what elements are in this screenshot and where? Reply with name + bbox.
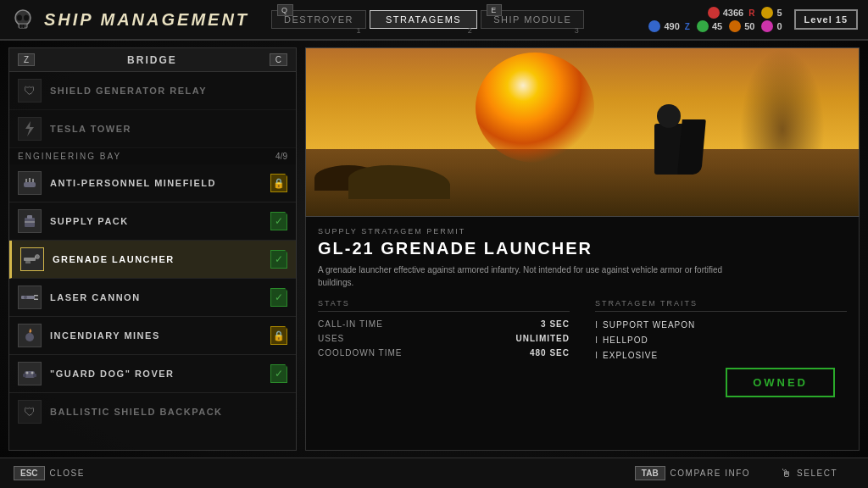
item-name-incendiary: INCENDIARY MINES [50, 330, 262, 341]
header: SHIP MANAGEMENT Q DESTROYER 1 STRATAGEMS… [0, 0, 868, 41]
svg-point-2 [24, 15, 29, 21]
incendiary-badge: 🔒 [270, 327, 287, 344]
item-name-shield: SHIELD GENERATOR RELAY [50, 86, 287, 96]
guard-dog-icon [18, 362, 42, 385]
supply-pack-icon [18, 209, 42, 233]
lock-icon: 🔒 [270, 174, 287, 192]
svg-rect-24 [23, 374, 26, 377]
resource-group: 4366 R 5 490 Z 45 [648, 7, 782, 32]
esc-key[interactable]: ESC [14, 466, 45, 480]
minefield-icon [18, 171, 42, 195]
stat-row-uses: USES UNLIMITED [318, 331, 570, 346]
bridge-panel-header: Z BRIDGE C [9, 48, 296, 72]
list-item-incendiary[interactable]: INCENDIARY MINES 🔒 [9, 317, 296, 355]
list-item-shield[interactable]: 🛡 SHIELD GENERATOR RELAY [9, 72, 296, 110]
resource-pink: 0 [761, 20, 782, 32]
list-item-minefield[interactable]: ANTI-PERSONNEL MINEFIELD 🔒 [9, 164, 296, 202]
svg-rect-7 [24, 182, 36, 187]
svg-point-26 [26, 372, 29, 374]
ballistic-shield-icon: 🛡 [18, 400, 42, 424]
item-name-grenade: GRENADE LAUNCHER [53, 254, 262, 264]
smoke [740, 48, 825, 150]
owned-button[interactable]: OWNED [726, 368, 835, 397]
list-item-guard-dog[interactable]: "GUARD DOG" ROVER ✓ [9, 355, 296, 393]
list-item-grenade-launcher[interactable]: GRENADE LAUNCHER ✓ [9, 241, 296, 279]
stat-row-callin: CALL-IN TIME 3 SEC [318, 317, 570, 331]
svg-marker-6 [25, 121, 34, 136]
close-label: CLOSE [50, 469, 85, 478]
item-name-supply: SUPPLY PACK [50, 216, 262, 226]
traits-label: STRATAGEM TRAITS [595, 299, 847, 312]
header-resources: 4366 R 5 490 Z 45 [648, 7, 858, 32]
bottom-right: TAB COMPARE INFO 🖱 SELECT [635, 466, 854, 480]
item-name-guard-dog: "GUARD DOG" ROVER [50, 369, 262, 379]
tesla-icon [18, 117, 42, 141]
select-action: 🖱 SELECT [781, 467, 837, 480]
medals-icon [761, 7, 773, 19]
svg-rect-12 [27, 215, 32, 219]
check-icon-grenade: ✓ [270, 250, 287, 269]
resource-row-2: 490 Z 45 50 0 [648, 20, 782, 32]
guard-dog-badge: ✓ [270, 365, 287, 382]
stratagem-desc: A grenade launcher effective against arm… [318, 263, 725, 289]
stats-column: STATS CALL-IN TIME 3 SEC USES UNLIMITED … [318, 299, 570, 363]
list-item-supply-pack[interactable]: SUPPLY PACK ✓ [9, 202, 296, 241]
traits-column: STRATAGEM TRAITS I SUPPORT WEAPON I HELL… [595, 299, 847, 363]
item-list: 🛡 SHIELD GENERATOR RELAY TESLA TOWER ENG… [9, 72, 296, 428]
resource-medals: 5 [761, 7, 782, 19]
sc-icon [648, 20, 660, 32]
item-name-ballistic: BALLISTIC SHIELD BACKPACK [50, 407, 287, 417]
skull-logo [10, 7, 36, 32]
engineering-section-header: ENGINEERING BAY 4/9 [9, 148, 296, 164]
explosion [476, 53, 594, 163]
shield-icon: 🛡 [18, 79, 42, 103]
incendiary-icon [18, 324, 42, 347]
req-icon [708, 7, 720, 19]
svg-rect-17 [25, 261, 31, 263]
svg-point-21 [24, 296, 27, 299]
svg-point-16 [36, 255, 40, 259]
info-section: SUPPLY STRATAGEM PERMIT GL-21 GRENADE LA… [305, 217, 860, 451]
minefield-badge: 🔒 [270, 175, 287, 191]
stat-row-cooldown: COOLDOWN TIME 480 SEC [318, 346, 570, 360]
stratagem-name: GL-21 GRENADE LAUNCHER [318, 239, 847, 258]
bottom-bar: ESC CLOSE TAB COMPARE INFO 🖱 SELECT [0, 458, 868, 488]
tab-bar: Q DESTROYER 1 STRATAGEMS 2 E SHIP MODULE… [271, 10, 584, 29]
svg-rect-25 [33, 374, 36, 377]
engineering-count: 4/9 [275, 152, 287, 161]
orange-icon [729, 20, 741, 32]
resource-green: 45 [697, 20, 722, 32]
bridge-close-key[interactable]: C [270, 53, 287, 66]
bridge-key[interactable]: Z [18, 53, 35, 66]
battle-scene [306, 48, 859, 216]
trait-row-0: I SUPPORT WEAPON [595, 317, 847, 332]
list-item-laser-cannon[interactable]: LASER CANNON ✓ [9, 279, 296, 317]
item-name-minefield: ANTI-PERSONNEL MINEFIELD [50, 178, 262, 188]
item-name-tesla: TESLA TOWER [50, 124, 287, 134]
bridge-title: BRIDGE [127, 54, 177, 66]
select-label: SELECT [797, 469, 837, 478]
svg-rect-20 [34, 299, 38, 301]
close-action: ESC CLOSE [14, 466, 85, 480]
list-item-tesla[interactable]: TESLA TOWER [9, 110, 296, 148]
tab-key[interactable]: TAB [635, 466, 665, 480]
permit-label: SUPPLY STRATAGEM PERMIT [318, 227, 847, 236]
sc-letter: Z [685, 22, 690, 31]
engineering-title: ENGINEERING BAY [18, 152, 121, 161]
check-icon: ✓ [270, 212, 287, 230]
laser-cannon-icon [18, 286, 42, 309]
grenade-launcher-icon [20, 247, 44, 271]
soldier-head [657, 104, 681, 128]
trait-row-2: I EXPLOSIVE [595, 347, 847, 363]
tab-stratagems[interactable]: STRATAGEMS 2 [370, 10, 477, 29]
list-item-ballistic-shield[interactable]: 🛡 BALLISTIC SHIELD BACKPACK [9, 393, 296, 428]
resource-sc: 490 Z [648, 20, 689, 32]
lock-icon-incendiary: 🔒 [270, 326, 287, 345]
tab-ship-module[interactable]: E SHIP MODULE 3 [481, 10, 584, 29]
compare-action: TAB COMPARE INFO [635, 466, 750, 480]
tab-destroyer[interactable]: Q DESTROYER 1 [271, 10, 366, 29]
compare-label: COMPARE INFO [670, 469, 750, 478]
svg-point-1 [17, 15, 22, 21]
level-badge: Level 15 [794, 9, 858, 30]
mouse-icon: 🖱 [781, 467, 792, 480]
